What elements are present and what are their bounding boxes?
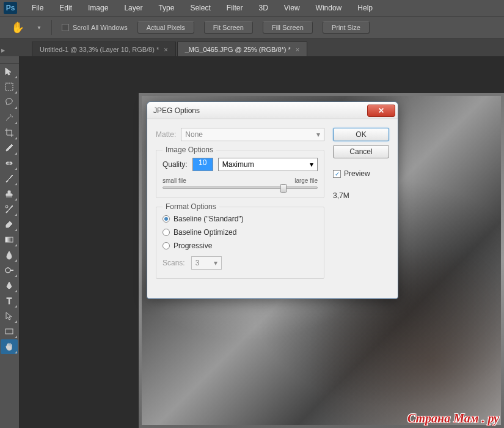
document-tabs: Untitled-1 @ 33,3% (Layer 10, RGB/8) * ×… — [0, 39, 504, 56]
quality-label: Quality: — [163, 160, 188, 169]
dialog-titlebar[interactable]: JPEG Options ✕ — [147, 102, 398, 119]
svg-text:T: T — [7, 296, 12, 306]
preview-label: Preview — [344, 169, 370, 178]
chevron-down-icon: ▾ — [316, 130, 320, 139]
stamp-tool[interactable] — [1, 186, 18, 201]
matte-select: None ▾ — [181, 128, 324, 141]
dodge-tool[interactable] — [1, 263, 18, 278]
filesize-label: 3,7M — [333, 191, 389, 200]
watermark: Страна Мам . ру — [407, 411, 499, 426]
chevron-down-icon: ▾ — [310, 160, 313, 169]
fieldset-legend: Image Options — [163, 146, 216, 154]
image-options-fieldset: Image Options Quality: 10 Maximum ▾ smal… — [156, 150, 324, 198]
menu-help[interactable]: Help — [350, 1, 380, 15]
pen-tool[interactable] — [1, 278, 18, 293]
large-file-label: large file — [294, 177, 318, 184]
dialog-title: JPEG Options — [153, 106, 367, 115]
radio-label: Baseline ("Standard") — [173, 215, 244, 223]
menu-filter[interactable]: Filter — [219, 1, 250, 15]
progressive-radio[interactable]: Progressive — [163, 242, 318, 250]
scans-select: 3 ▾ — [191, 256, 222, 270]
radio-label: Baseline Optimized — [173, 228, 236, 237]
matte-value: None — [185, 130, 203, 139]
menu-view[interactable]: View — [277, 1, 307, 15]
document-tab[interactable]: Untitled-1 @ 33,3% (Layer 10, RGB/8) * × — [32, 42, 176, 56]
hand-tool-icon[interactable]: ✋ — [11, 21, 24, 34]
blur-tool[interactable] — [1, 248, 18, 262]
type-tool[interactable]: T — [1, 293, 18, 308]
fieldset-legend: Format Options — [163, 202, 219, 211]
baseline-optimized-radio[interactable]: Baseline Optimized — [163, 228, 318, 237]
menu-select[interactable]: Select — [183, 1, 217, 15]
toolbox-grip[interactable] — [0, 56, 19, 64]
svg-rect-3 — [5, 237, 13, 242]
format-options-fieldset: Format Options Baseline ("Standard") Bas… — [156, 207, 324, 279]
magic-wand-tool[interactable] — [1, 110, 18, 125]
actual-pixels-button[interactable]: Actual Pixels — [137, 21, 194, 34]
app-logo: Ps — [4, 2, 17, 14]
svg-rect-0 — [5, 83, 13, 90]
brush-tool[interactable] — [1, 171, 18, 186]
print-size-button[interactable]: Print Size — [323, 21, 370, 34]
jpeg-options-dialog: JPEG Options ✕ Matte: None ▾ Image Optio… — [147, 101, 398, 299]
quality-level-select[interactable]: Maximum ▾ — [218, 158, 318, 171]
close-button[interactable]: ✕ — [367, 105, 395, 117]
radio-icon — [163, 215, 170, 223]
quality-input[interactable]: 10 — [192, 158, 213, 171]
tab-label: Untitled-1 @ 33,3% (Layer 10, RGB/8) * — [40, 46, 159, 53]
rectangle-tool[interactable] — [1, 324, 18, 339]
document-tab[interactable]: _MG_0465.JPG @ 25% (RGB/8*) * × — [177, 42, 308, 56]
move-tool[interactable] — [1, 64, 18, 79]
quality-slider[interactable] — [163, 186, 318, 189]
menu-layer[interactable]: Layer — [117, 1, 150, 15]
crop-tool[interactable] — [1, 125, 18, 140]
scans-label: Scans: — [163, 259, 185, 267]
scroll-all-label: Scroll All Windows — [73, 24, 128, 31]
fill-screen-button[interactable]: Fill Screen — [263, 21, 313, 34]
optionsbar: ✋ ▼ Scroll All Windows Actual Pixels Fit… — [0, 16, 504, 39]
hand-tool[interactable] — [1, 339, 18, 354]
marquee-tool[interactable] — [1, 79, 18, 94]
close-icon[interactable]: × — [296, 46, 299, 53]
menu-edit[interactable]: Edit — [52, 1, 79, 15]
small-file-label: small file — [163, 177, 186, 184]
close-icon[interactable]: × — [164, 46, 167, 53]
chevron-down-icon: ▾ — [214, 259, 217, 267]
radio-label: Progressive — [173, 242, 212, 250]
menu-window[interactable]: Window — [309, 1, 349, 15]
checkbox-icon — [62, 24, 69, 31]
fit-screen-button[interactable]: Fit Screen — [204, 21, 253, 34]
cancel-button[interactable]: Cancel — [333, 145, 389, 158]
radio-icon — [163, 242, 170, 249]
menu-type[interactable]: Type — [151, 1, 181, 15]
path-select-tool[interactable] — [1, 309, 18, 323]
tab-label: _MG_0465.JPG @ 25% (RGB/8*) * — [185, 46, 291, 53]
matte-label: Matte: — [156, 130, 176, 139]
svg-rect-6 — [5, 329, 13, 334]
menubar: Ps File Edit Image Layer Type Select Fil… — [0, 0, 504, 16]
slider-thumb[interactable] — [280, 184, 287, 193]
scans-value: 3 — [195, 259, 200, 267]
scroll-all-windows-checkbox[interactable]: Scroll All Windows — [62, 24, 128, 31]
menu-image[interactable]: Image — [81, 1, 115, 15]
healing-brush-tool[interactable] — [1, 156, 18, 171]
toolbox: T — [0, 56, 20, 428]
history-brush-tool[interactable] — [1, 202, 18, 216]
gradient-tool[interactable] — [1, 232, 18, 247]
radio-icon — [163, 229, 170, 236]
svg-point-4 — [5, 268, 10, 273]
expand-triangle-icon[interactable]: ▶ — [1, 48, 5, 53]
checkbox-icon: ✓ — [333, 170, 341, 178]
menu-file[interactable]: File — [24, 1, 51, 15]
preview-checkbox[interactable]: ✓ Preview — [333, 169, 389, 178]
svg-point-2 — [5, 205, 8, 208]
tool-preset-dropdown[interactable]: ▼ — [37, 25, 42, 31]
divider — [51, 20, 52, 35]
baseline-standard-radio[interactable]: Baseline ("Standard") — [163, 215, 318, 223]
menu-3d[interactable]: 3D — [251, 1, 275, 15]
eyedropper-tool[interactable] — [1, 141, 18, 155]
eraser-tool[interactable] — [1, 217, 18, 232]
lasso-tool[interactable] — [1, 95, 18, 109]
ok-button[interactable]: OK — [333, 128, 389, 141]
quality-level: Maximum — [222, 160, 254, 169]
